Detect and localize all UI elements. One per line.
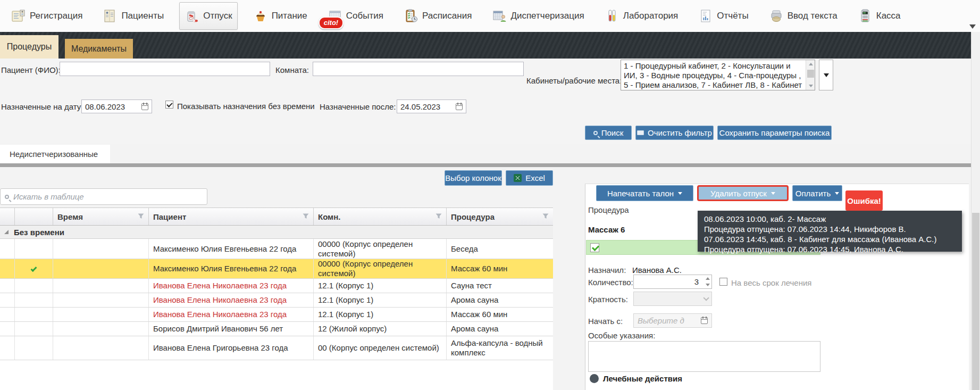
cash-register-icon [858,9,873,23]
toolbar-item-laboratory[interactable]: Лаборатория [600,2,683,30]
toolbar-item-events[interactable]: События cito! [323,2,388,30]
food-icon [253,9,268,23]
start-from-input[interactable]: Выберите д [633,313,712,328]
scrollbar-thumb[interactable] [972,213,979,390]
filter-icon[interactable] [542,213,549,220]
toolbar-item-schedules[interactable]: Расписания [399,2,476,30]
show-no-time-label: Показывать назначения без времени [177,102,315,111]
special-notes-textarea[interactable] [588,341,820,372]
search-button[interactable]: Поиск [585,126,632,140]
scroll-up-icon[interactable] [809,63,813,65]
full-term-checkbox[interactable] [719,278,727,286]
show-no-time-checkbox[interactable] [165,101,173,109]
toolbar-item-label: События [346,11,383,21]
print-ticket-button[interactable]: Напечатать талон [596,185,693,201]
column-header-room[interactable]: Комн. [314,208,447,225]
table-row[interactable]: Иванова Елена Николаевна 23 года 12.1 (К… [0,279,553,293]
toolbar-item-dispatch[interactable]: Диспетчеризация [487,2,589,30]
column-header-patient[interactable]: Пациент [149,208,314,225]
assigned-date-input[interactable]: 08.06.2023 [81,99,152,113]
cell-patient: Иванова Елена Николаевна 23 года [149,279,314,293]
excel-export-button[interactable]: Excel [506,170,553,186]
vertical-scrollbar[interactable] [971,32,980,390]
table-row[interactable]: Максименко Юлия Евгеньевна 22 года 00000… [0,239,553,259]
toolbar-item-label: Отчёты [717,11,748,21]
cell-room: 12.1 (Корпус 1) [314,293,447,307]
tab-medicaments[interactable]: Медикаменты [65,39,133,59]
spin-down-icon[interactable] [703,282,711,289]
procedure-label: Процедура [588,205,629,214]
clear-filter-button[interactable]: Очистить фильтр [635,126,714,140]
table-search-input[interactable] [13,192,203,201]
toolbar-item-label: Лаборатория [623,11,679,21]
column-header-procedure[interactable]: Процедура [447,208,553,225]
table-row[interactable]: Иванова Елена Николаевна 23 года 12.1 (К… [0,308,553,322]
assigned-after-input[interactable]: 24.05.2023 [397,99,466,113]
column-header-time[interactable]: Время [53,208,149,225]
cell-room: 12 (Жилой корпус) [314,322,447,336]
module-tabbar: Процедуры Медикаменты [0,32,980,59]
tooltip-line: Процедура отпущена: 07.06.2023 14:44, Ни… [704,224,956,234]
schedules-icon [404,9,418,23]
toolbar-item-patients[interactable]: Пациенты [98,2,169,30]
toolbar-item-cash-register[interactable]: Касса [853,2,906,30]
filter-icon[interactable] [138,213,144,220]
cell-procedure: Беседа [447,239,553,259]
toolbar-item-label: Касса [876,11,901,21]
table-row-selected[interactable]: Максименко Юлия Евгеньевна 22 года 00000… [0,259,553,279]
calendar-icon[interactable] [141,103,148,110]
special-notes-label: Особые указания: [588,331,655,340]
room-input[interactable] [313,62,524,76]
cell-time [53,259,149,278]
frequency-select[interactable] [633,292,712,306]
assigned-after-label: Назначенные после: [320,102,396,111]
filter-icon[interactable] [303,213,309,220]
cell-time [53,322,149,336]
filter-icon[interactable] [435,213,442,220]
table-row[interactable]: Борисов Дмитрий Иванович 56 лет 12 (Жило… [0,322,553,336]
cell-patient: Максименко Юлия Евгеньевна 22 года [149,259,314,278]
calendar-icon[interactable] [456,103,463,110]
tab-strip-bar [0,163,980,167]
excel-icon [514,174,522,182]
dispensed-checkbox[interactable] [590,243,599,252]
search-icon [593,131,598,135]
text-entry-icon [769,9,784,23]
quantity-stepper[interactable] [703,275,711,288]
cell-time [53,239,149,259]
column-chooser-button[interactable]: Выбор колонок [445,170,502,186]
patient-input[interactable] [60,62,270,76]
cabinets-listbox[interactable]: 1 - Процедурный кабинет, 2 - Консультаци… [621,60,815,90]
delete-dispense-button[interactable]: Удалить отпуск [697,185,789,201]
cell-procedure: Арома сауна [447,322,553,336]
cell-procedure: Массаж 60 мин [447,308,553,321]
cell-room: 00 (Корпус определен системой) [314,336,447,360]
tooltip-line: Процедура отпущена: 07.06.2023 14:45, Ив… [704,244,956,254]
pay-button[interactable]: Оплатить [792,185,842,201]
table-row[interactable]: Иванова Елена Николаевна 23 года 12.1 (К… [0,293,553,308]
tab-procedures[interactable]: Процедуры [0,35,58,59]
cabinets-scrollbar[interactable] [806,60,815,90]
scroll-thumb[interactable] [807,70,814,78]
cell-room: 12.1 (Корпус 1) [314,279,447,293]
toolbar-item-reports[interactable]: Отчёты [693,2,753,30]
table-row[interactable]: Иванова Елена Григорьевна 23 года 00 (Ко… [0,336,553,360]
save-search-params-button[interactable]: Сохранить параметры поиска [717,126,832,140]
cell-patient: Иванова Елена Григорьевна 23 года [149,336,314,360]
cell-procedure: Сауна тест [447,279,553,293]
header-status-cell [15,208,53,225]
cabinets-dropdown-button[interactable] [819,60,833,90]
toolbar-item-text-entry[interactable]: Ввод текста [764,2,842,30]
toolbar-item-registration[interactable]: Регистрация [6,2,87,30]
group-collapse-icon[interactable] [4,230,9,234]
group-row-no-time[interactable]: Без времени [0,226,553,239]
cell-patient: Максименко Юлия Евгеньевна 22 года [149,239,314,259]
cell-time [53,279,149,293]
toolbar-item-food[interactable]: Питание [248,2,312,30]
toolbar-overflow-icon[interactable] [969,24,976,29]
tab-undispatched[interactable]: Недиспетчеризованные [0,145,110,163]
spin-up-icon[interactable] [703,275,711,282]
toolbar-item-dispense[interactable]: Отпуск [179,2,237,30]
quantity-input[interactable] [633,275,712,289]
scroll-down-icon[interactable] [809,85,813,87]
